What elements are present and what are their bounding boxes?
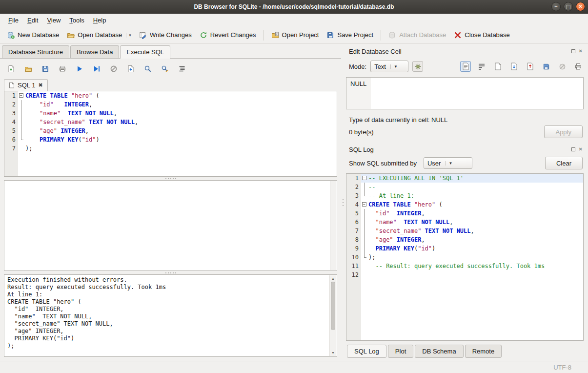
close-dock-icon[interactable]: ✕ [579, 147, 583, 152]
new-database-icon [7, 31, 15, 39]
panel-splitter[interactable] [341, 44, 345, 361]
close-database-button[interactable]: Close Database [450, 29, 514, 41]
restore-icon: ▢ [566, 3, 570, 9]
window-titlebar[interactable]: DB Browser for SQLite - /home/user/code/… [0, 0, 588, 14]
print-cell-button[interactable] [573, 61, 584, 72]
tab-database-structure[interactable]: Database Structure [2, 45, 69, 58]
sql-log-view[interactable]: 1−-- EXECUTING ALL IN 'SQL 1'2--3-- At l… [346, 173, 584, 341]
clear-log-button[interactable]: Clear [545, 157, 583, 169]
window-controls: − ▢ ✕ [551, 2, 585, 11]
sql-editor[interactable]: 1−CREATE TABLE "hero" (2 "id" INTEGER,3 … [4, 91, 337, 177]
dock-tab-db-schema[interactable]: DB Schema [415, 345, 463, 358]
new-sql-tab-button[interactable] [6, 63, 17, 74]
close-dock-icon[interactable]: ✕ [579, 49, 583, 54]
menu-view[interactable]: View [42, 15, 65, 26]
execute-all-icon [76, 65, 83, 73]
save-cell-icon [543, 63, 550, 70]
submitted-by-select[interactable]: User ▼ [424, 157, 472, 169]
results-scrollbar[interactable] [330, 181, 336, 270]
scrollbar-thumb[interactable] [331, 282, 335, 330]
close-icon: ✕ [578, 3, 583, 9]
log-line: Execution finished without errors. [7, 276, 334, 284]
code-line: 4−CREATE TABLE "hero" ( [346, 200, 583, 209]
write-changes-label: Write Changes [150, 31, 192, 39]
menu-help[interactable]: Help [89, 15, 111, 26]
new-database-button[interactable]: New Database [3, 29, 63, 41]
open-database-label: Open Database [78, 31, 122, 39]
tab-browse-data[interactable]: Browse Data [70, 45, 119, 58]
open-database-dropdown-icon[interactable]: ▾ [126, 33, 131, 38]
code-line: 7); [4, 144, 337, 153]
results-log-splitter[interactable] [4, 271, 337, 274]
save-project-button[interactable]: Save Project [323, 29, 377, 41]
print-sql-button[interactable] [57, 63, 68, 74]
toolbar-separator [381, 30, 381, 41]
open-sql-file-button[interactable] [23, 63, 34, 74]
editor-results-splitter[interactable] [4, 177, 337, 180]
write-changes-icon [139, 31, 147, 39]
code-line: 3 "name" TEXT NOT NULL, [4, 109, 337, 118]
main-toolbar: New Database Open Database ▾ Write Chang… [0, 26, 588, 44]
dock-tab-plot[interactable]: Plot [388, 345, 413, 358]
menu-file[interactable]: File [4, 15, 23, 26]
cell-icon-row [460, 61, 584, 72]
format-sql-button[interactable] [177, 63, 187, 74]
cell-value: NULL [350, 80, 366, 87]
restore-button[interactable]: ▢ [564, 2, 573, 11]
attach-database-icon [388, 31, 396, 39]
save-sql-file-button[interactable] [40, 63, 51, 74]
dock-tab-sql-log[interactable]: SQL Log [347, 345, 386, 358]
auto-mode-button[interactable] [412, 61, 423, 72]
revert-changes-button[interactable]: Revert Changes [196, 29, 260, 41]
mode-select[interactable]: Text ▼ [370, 61, 408, 72]
save-results-button[interactable] [125, 63, 136, 74]
execution-log-scrollbar[interactable]: ▲ ▼ [329, 275, 336, 356]
menu-edit[interactable]: Edit [23, 15, 42, 26]
main-area: Database Structure Browse Data Execute S… [0, 44, 588, 361]
find-button[interactable] [142, 63, 153, 74]
code-line: 5 "id" INTEGER, [346, 209, 583, 218]
close-sql-tab-icon[interactable]: ✖ [38, 82, 42, 88]
execution-log[interactable]: Execution finished without errors.Result… [4, 274, 337, 357]
dock-tab-remote[interactable]: Remote [465, 345, 502, 358]
scroll-up-icon[interactable]: ▲ [330, 275, 336, 282]
execute-all-button[interactable] [74, 63, 85, 74]
close-button[interactable]: ✕ [576, 2, 585, 11]
minimize-button[interactable]: − [551, 2, 561, 11]
save-project-icon [326, 31, 334, 39]
cell-editor[interactable]: NULL [346, 77, 584, 109]
stop-execution-button [108, 63, 119, 74]
save-results-icon [127, 65, 135, 73]
sql-file-tab[interactable]: SQL 1 ✖ [4, 79, 48, 91]
right-panel: Edit Database Cell ✕ Mode: Text ▼ [345, 44, 588, 361]
stop-execution-icon [110, 65, 118, 73]
copy-cell-button[interactable] [492, 61, 503, 72]
write-changes-button[interactable]: Write Changes [135, 29, 196, 41]
execute-line-button[interactable] [91, 63, 102, 74]
open-project-icon [271, 31, 279, 39]
find-replace-button[interactable] [160, 63, 170, 74]
word-wrap-button[interactable] [476, 61, 487, 72]
text-mode-button[interactable] [460, 61, 471, 72]
main-tab-bar: Database Structure Browse Data Execute S… [0, 44, 341, 59]
save-cell-button[interactable] [541, 61, 551, 72]
scroll-down-icon[interactable]: ▼ [330, 350, 336, 356]
float-dock-icon[interactable] [571, 147, 575, 151]
menu-tools[interactable]: Tools [65, 15, 88, 26]
copy-icon [494, 62, 502, 70]
export-cell-button[interactable] [525, 61, 535, 72]
window-title: DB Browser for SQLite - /home/user/code/… [194, 3, 394, 10]
import-icon [510, 62, 518, 70]
open-database-button[interactable]: Open Database ▾ [63, 29, 135, 41]
open-project-button[interactable]: Open Project [267, 29, 323, 41]
code-line: 9 PRIMARY KEY("id") [346, 244, 583, 253]
attach-database-button: Attach Database [385, 29, 450, 41]
tab-execute-sql[interactable]: Execute SQL [120, 45, 170, 59]
code-line: 6 "name" TEXT NOT NULL, [346, 218, 583, 227]
text-document-icon [462, 62, 469, 70]
float-dock-icon[interactable] [571, 49, 575, 53]
sql-log-title: SQL Log [349, 146, 374, 153]
open-sql-file-icon [24, 65, 32, 73]
import-cell-button[interactable] [508, 61, 519, 72]
results-grid[interactable] [4, 180, 337, 271]
